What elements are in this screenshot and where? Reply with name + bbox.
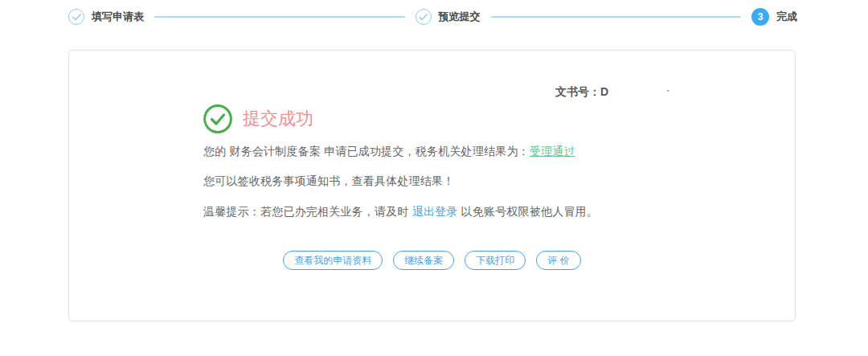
step-1-label: 填写申请表 bbox=[92, 10, 144, 24]
message-line-3-text: 温馨提示：若您已办完相关业务，请及时 bbox=[203, 205, 412, 218]
step-3-label: 完成 bbox=[776, 10, 797, 24]
step-1-circle bbox=[68, 9, 84, 25]
step-3-circle: 3 bbox=[751, 8, 769, 26]
step-connector-line bbox=[491, 16, 742, 18]
result-status-link[interactable]: 受理通过 bbox=[530, 145, 575, 158]
continue-filing-button[interactable]: 继续备案 bbox=[393, 251, 454, 270]
view-application-button[interactable]: 查看我的申请资料 bbox=[283, 251, 383, 270]
message-line-1: 您的 财务会计制度备案 申请已成功提交，税务机关处理结果为：受理通过 bbox=[203, 145, 575, 159]
success-header: 提交成功 bbox=[203, 104, 313, 134]
result-card: 文书号：D ▪ 提交成功 您的 财务会计制度备案 申请已成功提交，税务机关处理结… bbox=[68, 50, 796, 321]
check-icon bbox=[419, 10, 428, 24]
message-line-1-text: 您的 财务会计制度备案 申请已成功提交，税务机关处理结果为： bbox=[203, 145, 530, 158]
step-2-circle bbox=[416, 9, 432, 25]
redacted-mark: ▪ bbox=[667, 88, 669, 93]
step-connector-line bbox=[154, 16, 405, 18]
document-number: 文书号：D bbox=[555, 85, 608, 100]
check-icon bbox=[72, 10, 81, 24]
download-print-button[interactable]: 下载打印 bbox=[465, 251, 526, 270]
step-indicator: 填写申请表 预览提交 3 完成 bbox=[68, 7, 797, 27]
message-line-2: 您可以签收税务事项通知书，查看具体处理结果！ bbox=[203, 174, 454, 189]
rate-button[interactable]: 评 价 bbox=[536, 251, 580, 270]
message-line-3-suffix: 以免账号权限被他人冒用。 bbox=[458, 205, 599, 218]
success-check-icon bbox=[203, 104, 233, 134]
step-2-label: 预览提交 bbox=[439, 10, 481, 24]
action-button-row: 查看我的申请资料 继续备案 下载打印 评 价 bbox=[69, 251, 795, 270]
page-title: 提交成功 bbox=[243, 107, 313, 131]
message-line-3: 温馨提示：若您已办完相关业务，请及时 退出登录 以免账号权限被他人冒用。 bbox=[203, 205, 598, 219]
logout-link[interactable]: 退出登录 bbox=[412, 205, 458, 218]
